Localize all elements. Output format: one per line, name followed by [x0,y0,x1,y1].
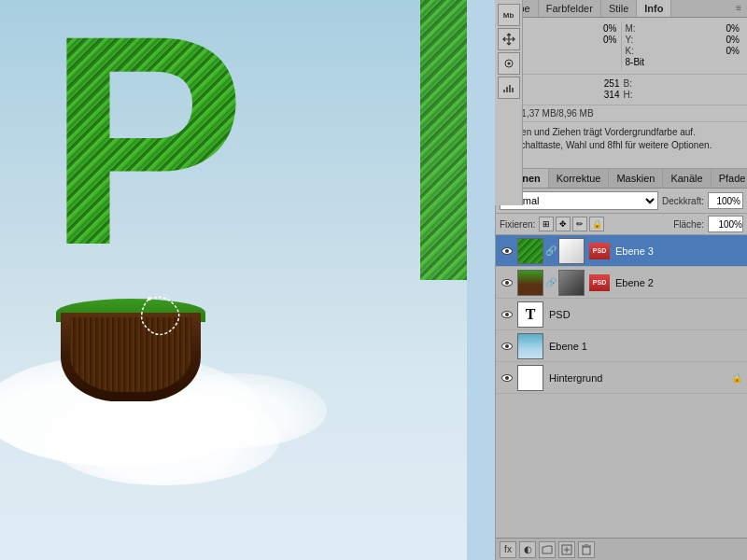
layer-tool-new[interactable] [558,541,575,558]
info-xy: X: 251 Y: 314 B: H: [496,74,747,105]
layer-thumb-hintergrund-main [517,365,543,391]
info-bh-section: B: H: [624,78,744,101]
tab-stile[interactable]: Stile [601,0,637,17]
svg-rect-5 [509,85,511,92]
info-h-row: H: [624,90,744,100]
layer-item-psd[interactable]: T PSD [496,299,747,330]
layers-panel: Ebenen Korrektue Maskien Kanäle Pfade ≡ … [496,169,747,560]
thumb-grass-ebene3 [518,239,543,263]
layer-name-psd: PSD [546,309,743,320]
layer-name-ebene3: Ebene 3 [613,245,743,257]
info-k-row-r: K: 0% [626,46,740,56]
tab-info[interactable]: Info [637,0,671,17]
layer-name-hintergrund: Hintergrund [546,372,727,384]
info-m-label: M: [626,23,636,34]
opacity-label: Deckkraft: [662,196,704,206]
info-panel-close[interactable]: ≡ [730,0,747,17]
layers-blend-controls: Normal Deckkraft: [496,189,747,214]
layer-thumb-ebene1-main [517,333,543,359]
fix-icon-lock[interactable]: 🔒 [589,217,604,231]
fixieren-label: Fixieren: [500,219,535,230]
layers-list: 🔗 PSD Ebene 3 🔗 PSD [496,235,747,538]
thumb-white-hintergrund [518,366,543,390]
info-b-label: B: [624,78,632,89]
tab-korrektur[interactable]: Korrektue [549,169,610,188]
thumb-island-ebene2 [518,271,543,295]
thumb-letter-t: T [526,306,536,323]
info-bit-r-val: 8-Bit [626,57,645,67]
eye-icon-psd [501,311,513,318]
svg-point-0 [148,297,151,301]
info-tooltip: Klicken und Ziehen trägt Vordergrundfarb… [496,121,747,168]
eye-icon-hintergrund [501,374,513,382]
thumb-sky-ebene1 [518,334,543,358]
info-doc: Dok: 1,37 MB/8,96 MB [496,105,747,121]
svg-rect-3 [503,90,505,92]
tab-kanaele[interactable]: Kanäle [663,169,711,188]
svg-rect-10 [583,547,590,554]
flaeche-input[interactable] [708,216,743,232]
opacity-input[interactable] [708,192,743,209]
eye-icon-ebene3 [501,247,513,255]
info-bit-right: 8-Bit [626,57,740,67]
canvas-right-grass [420,0,467,280]
info-y-label: Y: [626,35,634,45]
svg-rect-4 [506,87,508,92]
layer-name-ebene2: Ebene 2 [613,277,743,288]
svg-rect-6 [512,88,514,92]
tool-mb[interactable]: Mb [498,4,520,26]
fix-icon-move[interactable]: ✥ [556,217,571,231]
layer-eye-psd[interactable] [500,307,514,322]
layer-psd-badge-ebene2: PSD [589,274,610,291]
tool-settings[interactable] [498,52,520,75]
thumb-mask-ebene3 [559,239,584,263]
tab-masken[interactable]: Maskien [609,169,663,188]
info-c-value: 0% [603,23,616,34]
layer-item-hintergrund[interactable]: Hintergrund 🔒 [496,362,747,394]
info-x-value: 251 [604,78,620,89]
right-panel: Farbe Farbfelder Stile Info ≡ C: 0% K: 0… [495,0,747,560]
info-k-value-r: 0% [726,46,740,56]
layer-mask-ebene3 [558,238,585,264]
layer-eye-ebene2[interactable] [500,275,514,290]
lasso-selection [121,289,196,345]
tool-move[interactable] [498,28,520,50]
info-m-row: M: 0% [626,23,740,34]
layer-tool-folder[interactable] [539,541,556,558]
layer-eye-ebene3[interactable] [500,244,514,259]
tool-sidebar: Mb [495,0,523,205]
layer-item-ebene2[interactable]: 🔗 PSD Ebene 2 [496,267,747,299]
layer-eye-ebene1[interactable] [500,339,514,354]
layer-eye-hintergrund[interactable] [500,371,514,385]
layer-chain-ebene2: 🔗 [546,277,556,287]
fix-icon-brush[interactable]: ✏ [572,217,587,231]
layer-item-ebene1[interactable]: Ebene 1 [496,330,747,362]
info-content: C: 0% K: 0% 8-Bit M: 0% Y: 0% [496,18,747,74]
info-panel: Farbe Farbfelder Stile Info ≡ C: 0% K: 0… [496,0,747,169]
layer-lock-hintergrund: 🔒 [730,371,743,385]
tab-farbfelder[interactable]: Farbfelder [539,0,601,17]
layer-thumb-ebene3-main [517,238,543,264]
fix-icon-grid[interactable]: ⊞ [539,217,554,231]
eye-icon-ebene2 [501,279,513,287]
layers-toolbar: fx ◐ [496,538,747,560]
layer-tool-mask[interactable]: ◐ [519,541,536,558]
tool-histogram[interactable] [498,77,520,99]
info-y-value: 0% [726,35,740,45]
info-k-value-l: 0% [603,35,616,45]
flaeche-label: Fläche: [673,219,704,230]
info-y-coord-value: 314 [604,90,620,100]
blend-mode-select[interactable]: Normal [500,191,658,210]
layers-tabs: Ebenen Korrektue Maskien Kanäle Pfade ≡ [496,169,747,189]
info-m-value: 0% [726,23,740,34]
layer-tool-fx[interactable]: fx [500,541,516,558]
info-k-label-r: K: [626,46,634,56]
fix-icons-group: ⊞ ✥ ✏ 🔒 [539,217,604,231]
layer-item-ebene3[interactable]: 🔗 PSD Ebene 3 [496,235,747,267]
tab-pfade[interactable]: Pfade [712,169,747,188]
layers-fix-controls: Fixieren: ⊞ ✥ ✏ 🔒 Fläche: [496,214,747,235]
info-h-label: H: [624,90,633,100]
layer-tool-delete[interactable] [578,541,595,558]
info-b-row: B: [624,78,744,89]
thumb-mask-ebene2 [559,271,584,295]
